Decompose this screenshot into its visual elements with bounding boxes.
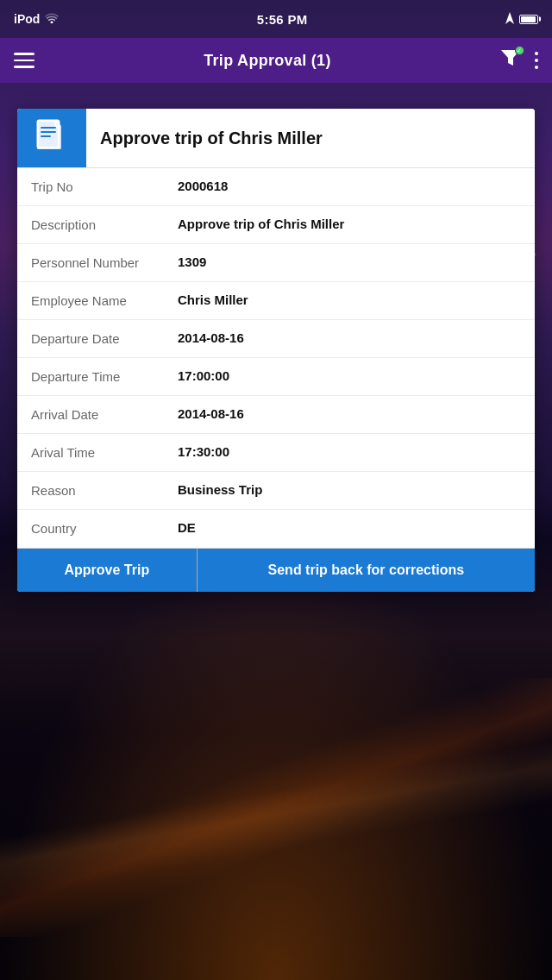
card-footer: Approve Trip Send trip back for correcti… [17, 548, 535, 592]
field-label: Trip No [31, 177, 178, 196]
filter-check-badge: ✓ [515, 46, 524, 55]
status-time: 5:56 PM [257, 12, 308, 27]
fields-container: Trip No2000618DescriptionApprove trip of… [17, 168, 535, 548]
more-button[interactable] [535, 52, 538, 69]
status-bar: iPod 5:56 PM [0, 0, 552, 38]
field-value: 2000618 [178, 177, 521, 195]
status-left: iPod [14, 12, 59, 26]
field-label: Employee Name [31, 291, 178, 310]
table-row: Employee NameChris Miller [17, 282, 535, 320]
table-row: Arrival Date2014-08-16 [17, 396, 535, 434]
approve-trip-button[interactable]: Approve Trip [17, 549, 198, 592]
field-label: Personnel Number [31, 253, 178, 272]
nav-title: Trip Approval (1) [204, 52, 330, 70]
nav-bar: Trip Approval (1) ✓ [0, 38, 552, 83]
field-label: Arival Time [31, 443, 178, 462]
status-right [505, 12, 538, 27]
trip-approval-card: Approve trip of Chris Miller Trip No2000… [17, 109, 535, 592]
card-title: Approve trip of Chris Miller [86, 115, 336, 161]
hamburger-menu[interactable] [14, 53, 34, 68]
card-header-icon-bg [17, 109, 86, 167]
field-value: Chris Miller [178, 291, 521, 309]
svg-marker-0 [505, 12, 514, 24]
table-row: Departure Time17:00:00 [17, 358, 535, 396]
device-label: iPod [14, 12, 40, 26]
table-row: Departure Date2014-08-16 [17, 320, 535, 358]
nav-right: ✓ [500, 48, 538, 72]
filter-button[interactable]: ✓ [500, 48, 521, 72]
table-row: DescriptionApprove trip of Chris Miller [17, 206, 535, 244]
field-value: 17:00:00 [178, 367, 521, 385]
field-value: 17:30:00 [178, 443, 521, 461]
field-value: 2014-08-16 [178, 329, 521, 347]
table-row: CountryDE [17, 510, 535, 548]
field-label: Description [31, 215, 178, 234]
field-label: Country [31, 518, 178, 537]
card-body: Trip No2000618DescriptionApprove trip of… [17, 168, 535, 548]
bg-lights [0, 678, 552, 937]
field-value: DE [178, 518, 521, 537]
field-value: 2014-08-16 [178, 405, 521, 423]
field-value: Business Trip [178, 481, 521, 499]
send-back-button[interactable]: Send trip back for corrections [198, 549, 535, 592]
document-icon [36, 119, 67, 157]
field-label: Departure Time [31, 367, 178, 386]
wifi-icon [45, 12, 59, 26]
field-value: 1309 [178, 253, 521, 271]
field-label: Arrival Date [31, 405, 178, 424]
location-icon [505, 12, 514, 27]
field-label: Departure Date [31, 329, 178, 348]
table-row: ReasonBusiness Trip [17, 472, 535, 510]
battery-icon [519, 15, 538, 24]
card-header: Approve trip of Chris Miller [17, 109, 535, 168]
table-row: Arival Time17:30:00 [17, 434, 535, 472]
field-label: Reason [31, 481, 178, 499]
table-row: Personnel Number1309 [17, 244, 535, 282]
table-row: Trip No2000618 [17, 168, 535, 206]
field-value: Approve trip of Chris Miller [178, 215, 521, 233]
main-content: Approve trip of Chris Miller Trip No2000… [0, 83, 552, 609]
